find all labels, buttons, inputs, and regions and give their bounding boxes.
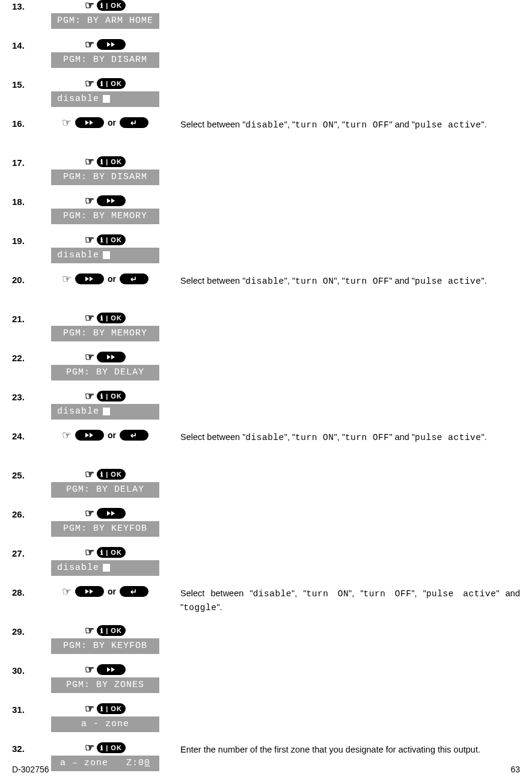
- step-row: 30.☞ PGM: BY ZONES: [12, 664, 520, 697]
- ok-key-icon: ℹ | OK: [97, 156, 126, 167]
- step-widget: ☞ ℹ | OKdisable: [36, 78, 174, 107]
- step-number: 24.: [12, 430, 36, 441]
- back-key-icon: [120, 273, 148, 284]
- step-number: 22.: [12, 352, 36, 363]
- hand-point-icon: ☞: [85, 0, 94, 11]
- step-widget: ☞ ℹ | OKPGM: BY MEMORY: [36, 313, 174, 341]
- next-key-icon: [75, 586, 104, 597]
- step-description: [174, 156, 520, 157]
- lcd-display: PGM: BY MEMORY: [51, 326, 159, 341]
- step-widget: ☞ ℹ | OKPGM: BY ARM HOME: [36, 0, 174, 29]
- ok-key-icon: ℹ | OK: [97, 742, 126, 753]
- hand-point-icon: ☞: [62, 273, 72, 284]
- hand-point-icon: ☞: [85, 547, 94, 558]
- step-number: 26.: [12, 508, 36, 519]
- back-key-icon: [120, 586, 148, 597]
- step-widget: ☞ ℹ | OKa - zone: [36, 703, 174, 732]
- step-row: 16.☞ or Select between "disable", "turn …: [12, 117, 520, 150]
- step-widget: ☞ or: [36, 430, 174, 441]
- step-number: 27.: [12, 547, 36, 558]
- step-widget: ☞ ℹ | OKPGM: BY DELAY: [36, 469, 174, 498]
- lcd-display: PGM: BY DISARM: [51, 52, 159, 68]
- step-row: 13.☞ ℹ | OKPGM: BY ARM HOME: [12, 0, 520, 33]
- next-key-icon: [75, 273, 104, 284]
- lcd-display: PGM: BY DELAY: [51, 365, 159, 380]
- step-row: 18.☞ PGM: BY MEMORY: [12, 195, 520, 228]
- ok-key-icon: ℹ | OK: [97, 547, 126, 558]
- step-number: 23.: [12, 391, 36, 402]
- step-number: 31.: [12, 703, 36, 715]
- next-key-icon: [97, 352, 126, 362]
- step-number: 32.: [12, 742, 36, 754]
- hand-point-icon: ☞: [85, 195, 94, 206]
- ok-key-icon: ℹ | OK: [97, 391, 126, 402]
- step-row: 24.☞ or Select between "disable", "turn …: [12, 430, 520, 463]
- step-row: 27.☞ ℹ | OKdisable: [12, 547, 520, 580]
- step-description: [174, 352, 520, 353]
- lcd-display: PGM: BY KEYFOB: [51, 638, 159, 654]
- lcd-display: PGM: BY MEMORY: [51, 209, 159, 224]
- hand-point-icon: ☞: [85, 313, 94, 323]
- step-widget: ☞ or: [36, 273, 174, 284]
- next-key-icon: [97, 195, 126, 206]
- ok-key-icon: ℹ | OK: [97, 703, 126, 714]
- step-widget: ☞ PGM: BY DISARM: [36, 39, 174, 68]
- step-number: 15.: [12, 78, 36, 90]
- footer-pagenum: 63: [510, 765, 520, 774]
- step-description: [174, 664, 520, 665]
- hand-point-icon: ☞: [85, 742, 94, 753]
- step-description: [174, 469, 520, 470]
- step-row: 23.☞ ℹ | OKdisable: [12, 391, 520, 424]
- ok-key-icon: ℹ | OK: [97, 625, 126, 636]
- footer-docnum: D-302756: [12, 765, 49, 774]
- hand-point-icon: ☞: [85, 625, 94, 636]
- step-number: 25.: [12, 469, 36, 480]
- step-description: [174, 0, 520, 1]
- next-key-icon: [97, 508, 126, 519]
- next-key-icon: [75, 117, 104, 128]
- step-widget: ☞ ℹ | OKdisable: [36, 234, 174, 263]
- lcd-display: disable: [51, 248, 159, 263]
- hand-point-icon: ☞: [85, 156, 94, 167]
- step-row: 20.☞ or Select between "disable", "turn …: [12, 273, 520, 307]
- ok-key-icon: ℹ | OK: [97, 78, 126, 89]
- step-number: 18.: [12, 195, 36, 207]
- step-row: 29.☞ ℹ | OKPGM: BY KEYFOB: [12, 625, 520, 658]
- lcd-display: PGM: BY ZONES: [51, 677, 159, 693]
- step-widget: ☞ PGM: BY KEYFOB: [36, 508, 174, 537]
- next-key-icon: [97, 664, 126, 675]
- hand-point-icon: ☞: [62, 586, 72, 597]
- back-key-icon: [120, 117, 148, 128]
- step-description: Select between "disable", "turn ON", "tu…: [174, 117, 520, 132]
- or-text: or: [108, 430, 116, 440]
- step-row: 28.☞ or Select between "disable", "turn …: [12, 586, 520, 619]
- step-number: 20.: [12, 273, 36, 285]
- step-description: Select between "disable", "turn ON", "tu…: [174, 273, 520, 289]
- ok-key-icon: ℹ | OK: [97, 313, 126, 323]
- step-description: [174, 39, 520, 40]
- step-widget: ☞ PGM: BY DELAY: [36, 352, 174, 380]
- step-number: 21.: [12, 313, 36, 324]
- hand-point-icon: ☞: [85, 391, 94, 402]
- step-description: Select between "disable", "turn ON", "tu…: [174, 430, 520, 445]
- step-description: Enter the number of the first zone that …: [174, 742, 520, 757]
- step-row: 31.☞ ℹ | OKa - zone: [12, 703, 520, 736]
- lcd-display: PGM: BY ARM HOME: [51, 13, 159, 29]
- lcd-display: a - zone: [51, 716, 159, 732]
- next-key-icon: [97, 39, 126, 50]
- step-description: [174, 625, 520, 626]
- step-description: [174, 547, 520, 548]
- step-number: 14.: [12, 39, 36, 50]
- step-row: 14.☞ PGM: BY DISARM: [12, 39, 520, 72]
- step-widget: ☞ ℹ | OKPGM: BY DISARM: [36, 156, 174, 185]
- hand-point-icon: ☞: [85, 234, 94, 245]
- lcd-display: PGM: BY KEYFOB: [51, 521, 159, 537]
- ok-key-icon: ℹ | OK: [97, 234, 126, 245]
- hand-point-icon: ☞: [85, 78, 94, 89]
- lcd-display: PGM: BY DISARM: [51, 170, 159, 185]
- step-description: [174, 313, 520, 314]
- hand-point-icon: ☞: [62, 430, 72, 441]
- hand-point-icon: ☞: [85, 469, 94, 480]
- step-description: [174, 391, 520, 392]
- hand-point-icon: ☞: [85, 508, 94, 519]
